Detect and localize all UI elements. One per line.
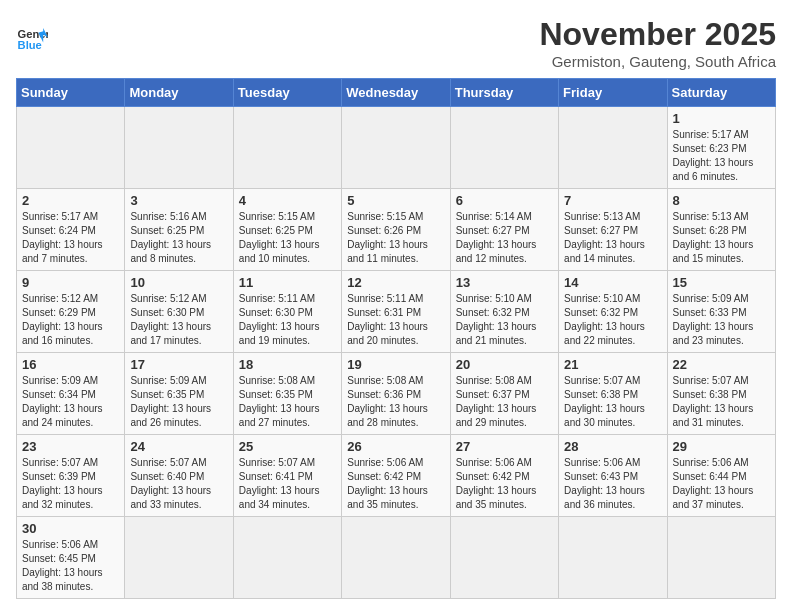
- day-number: 10: [130, 275, 227, 290]
- calendar-cell: 16Sunrise: 5:09 AM Sunset: 6:34 PM Dayli…: [17, 353, 125, 435]
- location: Germiston, Gauteng, South Africa: [539, 53, 776, 70]
- weekday-header-tuesday: Tuesday: [233, 79, 341, 107]
- calendar-cell: [233, 107, 341, 189]
- day-number: 29: [673, 439, 770, 454]
- calendar-cell: 12Sunrise: 5:11 AM Sunset: 6:31 PM Dayli…: [342, 271, 450, 353]
- calendar-cell: 1Sunrise: 5:17 AM Sunset: 6:23 PM Daylig…: [667, 107, 775, 189]
- day-info: Sunrise: 5:12 AM Sunset: 6:29 PM Dayligh…: [22, 292, 119, 348]
- calendar-cell: 20Sunrise: 5:08 AM Sunset: 6:37 PM Dayli…: [450, 353, 558, 435]
- calendar-cell: [342, 107, 450, 189]
- day-number: 12: [347, 275, 444, 290]
- day-number: 6: [456, 193, 553, 208]
- day-number: 4: [239, 193, 336, 208]
- day-number: 3: [130, 193, 227, 208]
- page-header: General Blue November 2025 Germiston, Ga…: [16, 16, 776, 70]
- day-number: 28: [564, 439, 661, 454]
- day-info: Sunrise: 5:06 AM Sunset: 6:43 PM Dayligh…: [564, 456, 661, 512]
- day-info: Sunrise: 5:06 AM Sunset: 6:44 PM Dayligh…: [673, 456, 770, 512]
- day-info: Sunrise: 5:10 AM Sunset: 6:32 PM Dayligh…: [456, 292, 553, 348]
- calendar-cell: [450, 107, 558, 189]
- calendar-cell: 14Sunrise: 5:10 AM Sunset: 6:32 PM Dayli…: [559, 271, 667, 353]
- day-number: 19: [347, 357, 444, 372]
- day-info: Sunrise: 5:06 AM Sunset: 6:42 PM Dayligh…: [347, 456, 444, 512]
- day-info: Sunrise: 5:09 AM Sunset: 6:34 PM Dayligh…: [22, 374, 119, 430]
- day-info: Sunrise: 5:07 AM Sunset: 6:38 PM Dayligh…: [564, 374, 661, 430]
- day-number: 1: [673, 111, 770, 126]
- day-info: Sunrise: 5:09 AM Sunset: 6:35 PM Dayligh…: [130, 374, 227, 430]
- calendar-cell: 5Sunrise: 5:15 AM Sunset: 6:26 PM Daylig…: [342, 189, 450, 271]
- day-info: Sunrise: 5:15 AM Sunset: 6:25 PM Dayligh…: [239, 210, 336, 266]
- weekday-header-saturday: Saturday: [667, 79, 775, 107]
- day-info: Sunrise: 5:10 AM Sunset: 6:32 PM Dayligh…: [564, 292, 661, 348]
- day-info: Sunrise: 5:15 AM Sunset: 6:26 PM Dayligh…: [347, 210, 444, 266]
- calendar-week-row-1: 2Sunrise: 5:17 AM Sunset: 6:24 PM Daylig…: [17, 189, 776, 271]
- month-title: November 2025: [539, 16, 776, 53]
- day-info: Sunrise: 5:13 AM Sunset: 6:28 PM Dayligh…: [673, 210, 770, 266]
- day-number: 2: [22, 193, 119, 208]
- calendar-cell: 28Sunrise: 5:06 AM Sunset: 6:43 PM Dayli…: [559, 435, 667, 517]
- calendar-cell: 8Sunrise: 5:13 AM Sunset: 6:28 PM Daylig…: [667, 189, 775, 271]
- day-info: Sunrise: 5:13 AM Sunset: 6:27 PM Dayligh…: [564, 210, 661, 266]
- day-info: Sunrise: 5:08 AM Sunset: 6:36 PM Dayligh…: [347, 374, 444, 430]
- calendar-cell: 15Sunrise: 5:09 AM Sunset: 6:33 PM Dayli…: [667, 271, 775, 353]
- calendar-cell: 18Sunrise: 5:08 AM Sunset: 6:35 PM Dayli…: [233, 353, 341, 435]
- day-number: 30: [22, 521, 119, 536]
- calendar-cell: 13Sunrise: 5:10 AM Sunset: 6:32 PM Dayli…: [450, 271, 558, 353]
- logo-icon: General Blue: [16, 20, 48, 52]
- day-number: 17: [130, 357, 227, 372]
- svg-text:Blue: Blue: [18, 39, 42, 51]
- calendar-cell: 3Sunrise: 5:16 AM Sunset: 6:25 PM Daylig…: [125, 189, 233, 271]
- day-number: 22: [673, 357, 770, 372]
- calendar-cell: 11Sunrise: 5:11 AM Sunset: 6:30 PM Dayli…: [233, 271, 341, 353]
- day-number: 8: [673, 193, 770, 208]
- day-info: Sunrise: 5:16 AM Sunset: 6:25 PM Dayligh…: [130, 210, 227, 266]
- weekday-header-wednesday: Wednesday: [342, 79, 450, 107]
- day-info: Sunrise: 5:08 AM Sunset: 6:37 PM Dayligh…: [456, 374, 553, 430]
- calendar-week-row-0: 1Sunrise: 5:17 AM Sunset: 6:23 PM Daylig…: [17, 107, 776, 189]
- calendar-cell: 22Sunrise: 5:07 AM Sunset: 6:38 PM Dayli…: [667, 353, 775, 435]
- calendar-cell: [667, 517, 775, 599]
- calendar-cell: 30Sunrise: 5:06 AM Sunset: 6:45 PM Dayli…: [17, 517, 125, 599]
- calendar-cell: [17, 107, 125, 189]
- calendar-week-row-2: 9Sunrise: 5:12 AM Sunset: 6:29 PM Daylig…: [17, 271, 776, 353]
- calendar-cell: [233, 517, 341, 599]
- day-number: 26: [347, 439, 444, 454]
- day-info: Sunrise: 5:07 AM Sunset: 6:38 PM Dayligh…: [673, 374, 770, 430]
- calendar-cell: 27Sunrise: 5:06 AM Sunset: 6:42 PM Dayli…: [450, 435, 558, 517]
- calendar-cell: 19Sunrise: 5:08 AM Sunset: 6:36 PM Dayli…: [342, 353, 450, 435]
- weekday-header-row: SundayMondayTuesdayWednesdayThursdayFrid…: [17, 79, 776, 107]
- weekday-header-thursday: Thursday: [450, 79, 558, 107]
- day-number: 25: [239, 439, 336, 454]
- calendar-cell: 7Sunrise: 5:13 AM Sunset: 6:27 PM Daylig…: [559, 189, 667, 271]
- calendar-cell: [125, 517, 233, 599]
- day-number: 21: [564, 357, 661, 372]
- day-number: 9: [22, 275, 119, 290]
- day-number: 27: [456, 439, 553, 454]
- day-info: Sunrise: 5:07 AM Sunset: 6:41 PM Dayligh…: [239, 456, 336, 512]
- calendar-cell: 24Sunrise: 5:07 AM Sunset: 6:40 PM Dayli…: [125, 435, 233, 517]
- day-number: 7: [564, 193, 661, 208]
- calendar-table: SundayMondayTuesdayWednesdayThursdayFrid…: [16, 78, 776, 599]
- day-info: Sunrise: 5:17 AM Sunset: 6:24 PM Dayligh…: [22, 210, 119, 266]
- calendar-cell: 25Sunrise: 5:07 AM Sunset: 6:41 PM Dayli…: [233, 435, 341, 517]
- calendar-cell: 6Sunrise: 5:14 AM Sunset: 6:27 PM Daylig…: [450, 189, 558, 271]
- day-info: Sunrise: 5:17 AM Sunset: 6:23 PM Dayligh…: [673, 128, 770, 184]
- day-info: Sunrise: 5:14 AM Sunset: 6:27 PM Dayligh…: [456, 210, 553, 266]
- day-info: Sunrise: 5:11 AM Sunset: 6:31 PM Dayligh…: [347, 292, 444, 348]
- day-info: Sunrise: 5:06 AM Sunset: 6:42 PM Dayligh…: [456, 456, 553, 512]
- day-info: Sunrise: 5:11 AM Sunset: 6:30 PM Dayligh…: [239, 292, 336, 348]
- day-number: 16: [22, 357, 119, 372]
- calendar-cell: 4Sunrise: 5:15 AM Sunset: 6:25 PM Daylig…: [233, 189, 341, 271]
- calendar-cell: 2Sunrise: 5:17 AM Sunset: 6:24 PM Daylig…: [17, 189, 125, 271]
- calendar-cell: [559, 517, 667, 599]
- day-info: Sunrise: 5:09 AM Sunset: 6:33 PM Dayligh…: [673, 292, 770, 348]
- day-info: Sunrise: 5:08 AM Sunset: 6:35 PM Dayligh…: [239, 374, 336, 430]
- calendar-cell: [125, 107, 233, 189]
- day-number: 11: [239, 275, 336, 290]
- calendar-cell: [342, 517, 450, 599]
- weekday-header-sunday: Sunday: [17, 79, 125, 107]
- day-info: Sunrise: 5:07 AM Sunset: 6:39 PM Dayligh…: [22, 456, 119, 512]
- title-block: November 2025 Germiston, Gauteng, South …: [539, 16, 776, 70]
- calendar-cell: 21Sunrise: 5:07 AM Sunset: 6:38 PM Dayli…: [559, 353, 667, 435]
- day-number: 23: [22, 439, 119, 454]
